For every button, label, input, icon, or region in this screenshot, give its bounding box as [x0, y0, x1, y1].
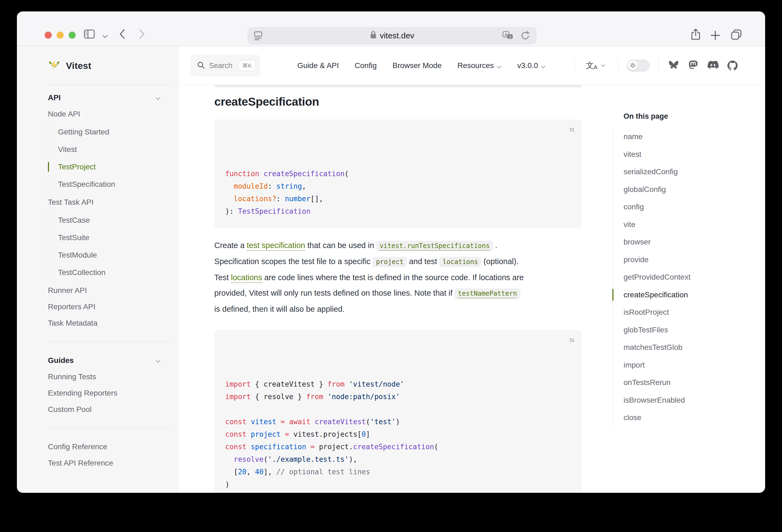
code-token: ) [225, 480, 229, 489]
sidebar-item-config-reference[interactable]: Config Reference [48, 438, 179, 455]
inline-code-link[interactable]: vitest.runTestSpecifications [376, 241, 493, 251]
search-button[interactable]: Search ⌘K [190, 55, 260, 76]
nav-link-config[interactable]: Config [355, 61, 377, 70]
code-token: : [268, 182, 276, 190]
code-token: ( [263, 455, 268, 463]
code-token: number [285, 195, 310, 203]
inline-link[interactable]: locations [231, 273, 262, 282]
traffic-light-zoom[interactable] [69, 32, 76, 39]
sidebar-toggle-icon[interactable] [84, 29, 95, 39]
outline-item-matchestestglob[interactable]: matchesTestGlob [624, 339, 749, 356]
github-icon[interactable] [727, 60, 738, 71]
code-token: ( [434, 443, 438, 451]
sidebar-item-testsuite[interactable]: TestSuite [58, 229, 179, 246]
mastodon-icon[interactable] [687, 60, 699, 71]
code-token: TestSpecification [238, 207, 310, 215]
outline-item-import[interactable]: import [624, 356, 749, 374]
code-token: './example.test.ts' [268, 455, 349, 463]
outline-item-ontestsrerun[interactable]: onTestsRerun [624, 374, 749, 391]
code-token: import [225, 380, 251, 388]
forward-icon[interactable] [139, 29, 145, 39]
sidebar-section-api[interactable]: API [48, 90, 179, 106]
code-block-example[interactable]: ts import { createVitest } from 'vitest/… [214, 330, 582, 493]
code-line: ) [225, 478, 571, 491]
reload-icon[interactable] [520, 31, 530, 43]
code-token [225, 195, 234, 203]
sidebar-item-runner-api[interactable]: Runner API [48, 282, 179, 299]
sidebar-item-testcollection[interactable]: TestCollection [58, 264, 179, 281]
outline-item-getprovidedcontext[interactable]: getProvidedContext [624, 269, 749, 286]
sidebar-item-testproject[interactable]: TestProject [58, 158, 179, 176]
inline-code-link[interactable]: testNamePattern [455, 288, 520, 299]
language-menu[interactable]: 文A [586, 46, 605, 85]
sidebar-item-testmodule[interactable]: TestModule [58, 246, 179, 264]
sidebar-item-reporters-api[interactable]: Reporters API [48, 299, 179, 315]
outline-item-close[interactable]: close [624, 409, 749, 427]
sidebar-section-guides[interactable]: Guides [48, 352, 179, 369]
outline-item-vitest[interactable]: vitest [624, 146, 749, 163]
traffic-light-close[interactable] [45, 32, 52, 39]
discord-icon[interactable] [707, 60, 718, 71]
outline-item-createspecification[interactable]: createSpecification [624, 286, 749, 304]
nav-link-guide-api[interactable]: Guide & API [297, 61, 339, 70]
sidebar-item-running-tests[interactable]: Running Tests [48, 369, 179, 385]
page-title: createSpecification [214, 95, 582, 109]
outline-item-browser[interactable]: browser [624, 233, 749, 251]
tabs-icon[interactable] [731, 29, 742, 40]
sidebar-item-test-api-reference[interactable]: Test API Reference [48, 455, 179, 471]
address-bar[interactable]: vitest.dev A 文 [248, 27, 537, 44]
code-token: = [306, 443, 319, 451]
outline-item-provide[interactable]: provide [624, 251, 749, 269]
sidebar-item-test-task-api[interactable]: Test Task API [48, 194, 179, 210]
sidebar-item-node-api[interactable]: Node API [48, 106, 179, 122]
code-token: vitest [246, 418, 276, 426]
code-line: const project = vitest.projects[0] [225, 428, 571, 440]
outline-item-isrootproject[interactable]: isRootProject [624, 304, 749, 321]
new-tab-icon[interactable] [710, 31, 720, 40]
code-token: 'vitest/node' [345, 380, 404, 388]
logo[interactable]: Vitest [48, 46, 179, 85]
code-token: await [289, 418, 310, 426]
code-token: const [225, 418, 246, 426]
outline-item-globtestfiles[interactable]: globTestFiles [624, 321, 749, 339]
nav-link-browser-mode[interactable]: Browser Mode [392, 61, 442, 70]
inline-link[interactable]: test specification [247, 241, 305, 250]
sidebar-item-extending-reporters[interactable]: Extending Reporters [48, 385, 179, 401]
code-token: { createVitest } [251, 380, 327, 388]
outline-item-name[interactable]: name [624, 128, 749, 146]
share-icon[interactable] [690, 28, 701, 40]
translate-icon[interactable]: A 文 [502, 31, 513, 42]
nav-divider [618, 58, 618, 73]
code-block-signature[interactable]: ts function createSpecification( moduleI… [214, 119, 582, 228]
code-token: : [276, 195, 285, 203]
chevron-down-icon [497, 62, 502, 71]
code-line: moduleId: string, [225, 180, 571, 192]
theme-toggle[interactable] [627, 60, 650, 72]
nav-link-v3-0-0[interactable]: v3.0.0 [517, 61, 546, 71]
reader-icon[interactable] [253, 31, 263, 42]
bluesky-icon[interactable] [668, 60, 679, 71]
outline-item-config[interactable]: config [624, 198, 749, 216]
sidebar-item-task-metadata[interactable]: Task Metadata [48, 315, 179, 331]
code-line [225, 403, 571, 416]
code-line: import { resolve } from 'node:path/posix… [225, 390, 571, 403]
code-line: [20, 40], // optional test lines [225, 466, 571, 478]
code-lang-badge: ts [570, 334, 574, 346]
back-icon[interactable] [119, 29, 125, 39]
outline-item-serializedconfig[interactable]: serializedConfig [624, 163, 749, 181]
outline-item-vite[interactable]: vite [624, 216, 749, 234]
outline-title: On this page [624, 112, 668, 120]
sidebar-item-testspecification[interactable]: TestSpecification [58, 176, 179, 193]
sidebar-item-testcase[interactable]: TestCase [58, 212, 179, 229]
outline-item-isbrowserenabled[interactable]: isBrowserEnabled [624, 391, 749, 409]
nav-link-resources[interactable]: Resources [457, 61, 502, 71]
chevron-down-icon[interactable] [102, 35, 108, 38]
traffic-light-minimize[interactable] [57, 32, 64, 39]
outline-item-globalconfig[interactable]: globalConfig [624, 181, 749, 199]
code-token: project. [319, 443, 353, 451]
sidebar-item-vitest[interactable]: Vitest [58, 141, 179, 158]
sidebar-item-custom-pool[interactable]: Custom Pool [48, 401, 179, 418]
sidebar-subgroup: Getting StartedVitestTestProjectTestSpec… [48, 123, 179, 193]
sidebar-item-getting-started[interactable]: Getting Started [58, 123, 179, 141]
code-token: resolve [234, 455, 263, 463]
